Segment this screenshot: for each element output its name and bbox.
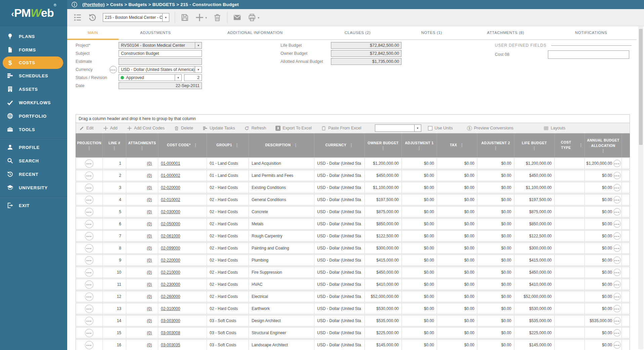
cost-code-link[interactable]: 01-000002 [161, 173, 180, 178]
cost-code-link[interactable]: 02-210000 [161, 270, 180, 275]
allocation-menu-button[interactable]: ●●● [613, 184, 621, 191]
row-menu-button[interactable]: ●●● [85, 305, 93, 313]
row-menu-button[interactable]: ●●● [85, 159, 93, 168]
vertical-scrollbar[interactable] [638, 26, 643, 349]
revision-input[interactable]: 2 [184, 74, 202, 81]
column-menu-icon[interactable]: ⋮ [87, 147, 91, 150]
status-caret-icon[interactable]: ▼ [175, 75, 181, 81]
record-selector-caret-icon[interactable]: ▼ [162, 13, 169, 22]
sidebar-item-plans[interactable]: PLANS [0, 30, 67, 43]
attachments-link[interactable]: (0) [147, 306, 152, 311]
attachments-link[interactable]: (0) [147, 258, 152, 263]
delete-record-icon[interactable] [213, 13, 222, 22]
column-header-line[interactable]: LINE #⋮ [103, 133, 126, 157]
allocation-menu-button[interactable]: ●●● [613, 341, 621, 349]
column-header-life-budget[interactable]: LIFE BUDGET⋮ [514, 133, 555, 157]
cost-code-link[interactable]: 02-030000 [161, 209, 180, 214]
subject-input[interactable]: Construction Budget [119, 50, 202, 57]
row-menu-button[interactable]: ●●● [85, 220, 93, 228]
attachments-link[interactable]: (0) [147, 318, 152, 323]
refresh-button[interactable]: Refresh [244, 126, 266, 131]
pmweb-logo[interactable]: ‹PMWeb® [0, 0, 67, 26]
attachments-link[interactable]: (0) [147, 343, 152, 347]
row-menu-button[interactable]: ●●● [85, 208, 93, 216]
tab-notifications[interactable]: NOTIFICATIONS [546, 26, 637, 40]
attachments-link[interactable]: (0) [147, 222, 152, 226]
attachments-link[interactable]: (0) [147, 161, 152, 166]
add-record-icon[interactable] [195, 13, 204, 22]
column-menu-icon[interactable]: ⋮ [194, 144, 198, 147]
attachments-link[interactable]: (0) [147, 282, 152, 287]
column-header-owner-budget[interactable]: OWNER BUDGET⋮ [365, 133, 402, 157]
allocation-menu-button[interactable]: ●●● [613, 196, 621, 203]
column-header-projection[interactable]: PROJECTION⋮ [76, 133, 103, 157]
column-menu-icon[interactable]: ⋮ [112, 147, 117, 150]
column-header-currency[interactable]: CURRENCY⋮ [314, 133, 365, 157]
delete-button[interactable]: Delete [174, 126, 193, 131]
column-menu-icon[interactable]: ⋮ [532, 147, 536, 150]
sidebar-item-search[interactable]: SEARCH [0, 154, 67, 167]
preview-conversions-button[interactable]: $Preview Conversions [467, 126, 513, 131]
export-to-excel-button[interactable]: XExport To Excel [275, 126, 312, 131]
allocation-menu-button[interactable]: ●●● [613, 305, 621, 312]
column-menu-icon[interactable]: ⋮ [417, 147, 421, 150]
allocation-menu-button[interactable]: ●●● [613, 244, 621, 252]
tab-notes-1[interactable]: NOTES (1) [397, 26, 466, 40]
group-by-drop-zone[interactable]: Drag a column header and drop it here to… [76, 114, 630, 123]
scrollbar-thumb[interactable] [639, 29, 643, 145]
sidebar-item-university[interactable]: UNIVERSITY [0, 181, 67, 194]
cost-code-link[interactable]: 03-003000 [161, 318, 180, 323]
cost-code-link[interactable]: 02-050000 [161, 222, 180, 226]
column-header-tax[interactable]: TAX⋮ [437, 133, 477, 157]
row-menu-button[interactable]: ●●● [85, 184, 93, 192]
row-menu-button[interactable]: ●●● [85, 317, 93, 325]
status-select[interactable]: Approved ▼ [119, 74, 182, 81]
sidebar-item-profile[interactable]: PROFILE [0, 141, 67, 154]
allocation-menu-button[interactable]: ●●● [613, 317, 621, 324]
attachments-link[interactable]: (0) [147, 185, 152, 190]
column-menu-icon[interactable]: ⋮ [381, 147, 385, 150]
tab-clauses-2[interactable]: CLAUSES (2) [318, 26, 397, 40]
column-header-attachments[interactable]: ATTACHMENTS⋮ [126, 133, 158, 157]
row-menu-button[interactable]: ●●● [85, 196, 93, 204]
row-menu-button[interactable]: ●●● [85, 341, 93, 349]
cost-code-link[interactable]: 02-230000 [161, 282, 180, 287]
column-menu-icon[interactable]: ⋮ [460, 144, 464, 147]
cost-code-link[interactable]: 01-000001 [161, 161, 180, 166]
allocation-menu-button[interactable]: ●●● [613, 160, 621, 167]
use-units-toggle[interactable]: Use Units [428, 126, 453, 130]
allocation-menu-button[interactable]: ●●● [613, 293, 621, 300]
cost-code-link[interactable]: 03-003035 [161, 343, 180, 347]
grid-filter-caret-icon[interactable]: ▼ [414, 125, 421, 131]
column-header-adjustment-2[interactable]: ADJUSTMENT 2⋮ [477, 133, 514, 157]
row-menu-button[interactable]: ●●● [85, 329, 93, 337]
cost-code-link[interactable]: 02-260000 [161, 294, 180, 299]
mail-icon[interactable] [233, 13, 242, 22]
cost-code-link[interactable]: 03-003008 [161, 330, 180, 335]
currency-select[interactable]: USD - Dollar (United States of America) … [119, 66, 202, 73]
attachments-link[interactable]: (0) [147, 330, 152, 335]
currency-more-icon[interactable]: ●●● [110, 66, 117, 73]
cost-code-link[interactable]: 02-220000 [161, 258, 180, 263]
column-header-group1[interactable]: GROUP1⋮ [207, 133, 249, 157]
sidebar-item-forms[interactable]: FORMS [0, 43, 67, 56]
tab-adjustments[interactable]: ADJUSTMENTS [119, 26, 192, 40]
print-caret-icon[interactable]: ▾ [258, 16, 259, 20]
sidebar-item-schedules[interactable]: SCHEDULES [0, 69, 67, 82]
column-header-description[interactable]: DESCRIPTION⋮ [249, 133, 314, 157]
allocation-menu-button[interactable]: ●●● [613, 269, 621, 276]
info-icon[interactable] [71, 1, 78, 8]
column-menu-icon[interactable]: ⋮ [293, 144, 298, 147]
sidebar-item-portfolio[interactable]: PORTFOLIO [0, 109, 67, 123]
paste-from-excel-button[interactable]: Paste From Excel [321, 126, 361, 131]
column-menu-icon[interactable]: ⋮ [579, 144, 583, 147]
tab-attachments-8[interactable]: ATTACHMENTS (8) [466, 26, 546, 40]
history-icon[interactable] [88, 13, 97, 22]
row-menu-button[interactable]: ●●● [85, 256, 93, 265]
currency-caret-icon[interactable]: ▼ [195, 67, 202, 73]
allocation-menu-button[interactable]: ●●● [613, 257, 621, 264]
allocation-menu-button[interactable]: ●●● [613, 220, 621, 228]
column-header-cost-type[interactable]: COST TYPE⋮ [555, 133, 585, 157]
row-menu-button[interactable]: ●●● [85, 232, 93, 240]
record-selector[interactable]: 215 - Boston Medical Center - Const ▼ [103, 13, 169, 22]
